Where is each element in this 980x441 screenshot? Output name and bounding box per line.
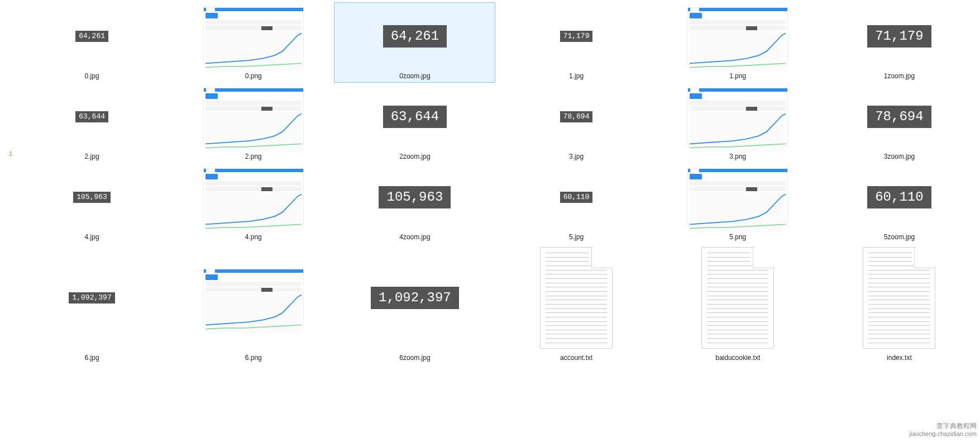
file-item[interactable]: 63,644 2.jpg (11, 83, 173, 163)
file-name-label: index.txt (887, 354, 912, 362)
file-name-label: 3.png (729, 153, 746, 160)
watermark-line2: jiaocheng.chazidian.com (910, 430, 977, 438)
thumbnail (496, 244, 656, 352)
thumbnail: 1,092,397 (334, 244, 495, 352)
number-label-thumbnail: 60,110 (867, 186, 931, 208)
watermark: 查字典教程网 jiaocheng.chazidian.com (910, 422, 977, 438)
file-item[interactable]: 78,694 3.jpg (495, 83, 657, 163)
number-label-thumbnail: 78,694 (867, 106, 931, 127)
file-item[interactable]: baiducookie.txt (657, 244, 819, 364)
thumbnail (658, 83, 818, 150)
file-item[interactable]: 2.png (173, 83, 334, 163)
file-name-label: baiducookie.txt (715, 354, 760, 362)
file-item[interactable]: 64,261 0zoom.jpg (334, 2, 495, 83)
file-item[interactable]: 6.png (173, 244, 334, 364)
thumbnail: 78,694 (819, 83, 979, 150)
file-item[interactable]: 4.png (173, 163, 334, 244)
baidu-dashboard-thumbnail (687, 7, 788, 65)
thumbnail: 64,261 (12, 3, 172, 70)
tree-strip: .1 (0, 0, 11, 441)
file-name-label: 1.jpg (569, 72, 584, 80)
file-name-label: 1zoom.jpg (884, 72, 915, 80)
thumbnail: 71,179 (496, 3, 656, 70)
file-item[interactable]: index.txt (819, 244, 980, 364)
file-name-label: 3zoom.jpg (884, 153, 915, 160)
thumbnail: 1,092,397 (12, 244, 172, 352)
file-name-label: 0zoom.jpg (399, 72, 430, 80)
file-item[interactable]: 0.png (173, 2, 334, 83)
thumbnail (173, 164, 333, 231)
file-name-label: 4zoom.jpg (399, 233, 430, 241)
thumbnail (173, 3, 333, 70)
number-label-thumbnail: 105,963 (73, 192, 111, 203)
file-name-label: 0.jpg (85, 72, 99, 80)
file-item[interactable]: 5.png (657, 163, 819, 244)
number-label-thumbnail: 78,694 (560, 111, 593, 122)
file-item[interactable]: 64,261 0.jpg (11, 2, 173, 83)
number-label-thumbnail: 1,092,397 (371, 287, 459, 309)
baidu-dashboard-thumbnail (687, 168, 788, 226)
baidu-dashboard-thumbnail (203, 269, 304, 327)
file-name-label: 0.png (245, 72, 262, 80)
thumbnail (173, 244, 333, 352)
file-item[interactable]: 71,179 1zoom.jpg (819, 2, 980, 83)
file-item[interactable]: 60,110 5zoom.jpg (819, 163, 980, 244)
file-name-label: 3.jpg (569, 153, 584, 160)
number-label-thumbnail: 63,644 (383, 106, 447, 127)
text-file-icon (863, 247, 935, 349)
file-name-label: 2zoom.jpg (399, 153, 430, 160)
file-name-label: 4.png (245, 233, 262, 241)
text-file-icon (540, 247, 613, 349)
file-item[interactable]: 60,110 5.jpg (495, 163, 657, 244)
file-name-label: 6zoom.jpg (399, 354, 430, 362)
thumbnail: 60,110 (496, 164, 656, 231)
thumbnail: 105,963 (334, 164, 495, 231)
baidu-dashboard-thumbnail (203, 88, 304, 146)
baidu-dashboard-thumbnail (203, 168, 304, 226)
file-name-label: 4.jpg (85, 233, 99, 241)
thumbnail: 60,110 (819, 164, 979, 231)
thumbnail: 63,644 (12, 83, 172, 150)
number-label-thumbnail: 60,110 (560, 192, 593, 203)
file-item[interactable]: 105,963 4.jpg (11, 163, 173, 244)
file-name-label: account.txt (560, 354, 592, 362)
watermark-line1: 查字典教程网 (910, 422, 977, 430)
number-label-thumbnail: 64,261 (383, 25, 447, 47)
thumbnail (173, 83, 333, 150)
file-name-label: 1.png (729, 72, 746, 80)
file-item[interactable]: 1,092,397 6.jpg (11, 244, 173, 364)
thumbnail (658, 3, 818, 70)
file-name-label: 5.jpg (569, 233, 584, 241)
text-file-icon (701, 247, 774, 349)
file-name-label: 6.jpg (85, 354, 99, 362)
file-item[interactable]: 1.png (657, 2, 819, 83)
thumbnail (819, 244, 979, 352)
file-item[interactable]: 3.png (657, 83, 819, 163)
number-label-thumbnail: 71,179 (560, 31, 593, 42)
thumbnail (658, 164, 818, 231)
number-label-thumbnail: 71,179 (867, 25, 931, 47)
file-name-label: 5.png (729, 233, 746, 241)
baidu-dashboard-thumbnail (687, 88, 788, 146)
file-item[interactable]: 71,179 1.jpg (495, 2, 657, 83)
file-name-label: 2.jpg (85, 153, 99, 160)
file-item[interactable]: 78,694 3zoom.jpg (819, 83, 980, 163)
thumbnail: 105,963 (12, 164, 172, 231)
number-label-thumbnail: 105,963 (379, 186, 451, 208)
thumbnail: 64,261 (334, 3, 495, 70)
number-label-thumbnail: 64,261 (75, 31, 108, 42)
file-item[interactable]: account.txt (495, 244, 657, 364)
baidu-dashboard-thumbnail (203, 7, 304, 65)
thumbnail (658, 244, 818, 352)
file-item[interactable]: 105,963 4zoom.jpg (334, 163, 495, 244)
file-name-label: 2.png (245, 153, 262, 160)
file-item[interactable]: 63,644 2zoom.jpg (334, 83, 495, 163)
number-label-thumbnail: 63,644 (75, 111, 108, 122)
file-item[interactable]: 1,092,397 6zoom.jpg (334, 244, 495, 364)
file-name-label: 6.png (245, 354, 262, 362)
thumbnail: 71,179 (819, 3, 979, 70)
number-label-thumbnail: 1,092,397 (69, 292, 114, 304)
file-explorer-grid: 64,261 0.jpg 0.png 64,261 0zoom.jpg 71,1… (11, 0, 980, 441)
file-name-label: 5zoom.jpg (884, 233, 915, 241)
thumbnail: 63,644 (334, 83, 495, 150)
